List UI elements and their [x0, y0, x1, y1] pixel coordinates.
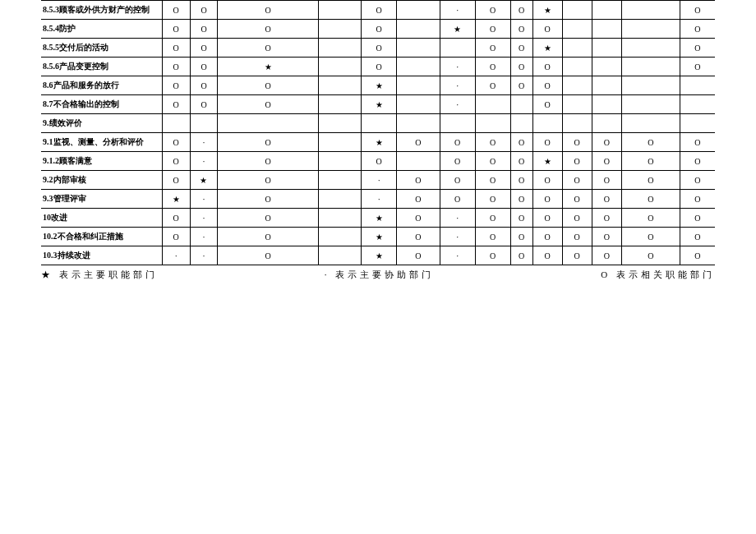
cell [621, 114, 680, 133]
legend-star: ★ 表示主要职能部门 [41, 269, 158, 281]
cell: O [440, 133, 475, 152]
cell: O [397, 190, 440, 209]
cell: O [362, 39, 397, 58]
legend: ★ 表示主要职能部门 · 表示主要协助部门 O 表示相关职能部门 [41, 269, 715, 281]
cell: O [397, 133, 440, 152]
cell: O [621, 246, 680, 265]
row-label: 10.3持续改进 [41, 246, 162, 265]
cell: O [397, 209, 440, 228]
cell: O [621, 209, 680, 228]
cell: O [592, 246, 621, 265]
cell: O [162, 1, 190, 20]
cell: O [592, 133, 621, 152]
cell: O [190, 76, 218, 95]
cell [592, 58, 621, 76]
cell: O [562, 228, 592, 246]
cell: O [218, 1, 318, 20]
cell [397, 1, 440, 20]
cell [362, 114, 397, 133]
cell: O [397, 246, 440, 265]
cell: O [592, 171, 621, 190]
cell: O [218, 133, 318, 152]
cell [562, 39, 592, 58]
cell: O [592, 228, 621, 246]
cell: ★ [190, 171, 218, 190]
cell: O [362, 1, 397, 20]
cell [440, 114, 475, 133]
responsibility-matrix-table: 8.5.3顾客或外供方财产的控制OOOO·OO★O8.5.4防护OOOO★OOO… [41, 0, 715, 265]
table-row: 10.2不合格和纠正措施O·O★O·OOOOOOO [41, 228, 715, 246]
cell: O [510, 39, 532, 58]
cell: O [621, 228, 680, 246]
cell: O [510, 246, 532, 265]
cell: · [440, 209, 475, 228]
table-row: 10.3持续改进··O★O·OOOOOOO [41, 246, 715, 265]
cell: O [475, 1, 510, 20]
cell: O [532, 58, 562, 76]
cell: O [532, 190, 562, 209]
cell: O [397, 171, 440, 190]
cell: O [510, 1, 532, 20]
cell: O [190, 58, 218, 76]
cell: ★ [532, 152, 562, 171]
cell: O [440, 152, 475, 171]
cell: O [475, 133, 510, 152]
cell: O [680, 39, 715, 58]
cell: ★ [362, 246, 397, 265]
cell: O [190, 20, 218, 39]
cell: ★ [532, 1, 562, 20]
cell: · [440, 58, 475, 76]
cell: O [532, 95, 562, 114]
cell: O [680, 228, 715, 246]
cell [397, 20, 440, 39]
cell [680, 114, 715, 133]
cell [621, 39, 680, 58]
cell: O [475, 171, 510, 190]
cell [218, 114, 318, 133]
cell: · [190, 228, 218, 246]
cell [562, 20, 592, 39]
table-row: 9.3管理评审★·O·OOOOOOOOO [41, 190, 715, 209]
cell [397, 58, 440, 76]
cell [621, 1, 680, 20]
cell [318, 114, 361, 133]
cell: O [680, 190, 715, 209]
cell: O [475, 58, 510, 76]
cell: ★ [362, 228, 397, 246]
cell: O [562, 246, 592, 265]
legend-circle: O 表示相关职能部门 [601, 269, 715, 281]
cell: · [362, 171, 397, 190]
cell: O [162, 152, 190, 171]
cell: O [510, 76, 532, 95]
cell: O [562, 152, 592, 171]
row-label: 8.7不合格输出的控制 [41, 95, 162, 114]
cell [397, 152, 440, 171]
cell: O [218, 190, 318, 209]
cell [397, 95, 440, 114]
cell: O [562, 190, 592, 209]
cell [680, 76, 715, 95]
cell: O [510, 190, 532, 209]
cell: O [475, 76, 510, 95]
cell: O [162, 20, 190, 39]
cell: ★ [532, 39, 562, 58]
cell: O [362, 20, 397, 39]
cell [592, 76, 621, 95]
cell: O [475, 20, 510, 39]
table-row: 10改进O·O★O·OOOOOOO [41, 209, 715, 228]
cell: O [362, 58, 397, 76]
cell: O [532, 209, 562, 228]
cell: O [621, 171, 680, 190]
cell: O [218, 20, 318, 39]
cell [510, 114, 532, 133]
cell: O [190, 1, 218, 20]
cell: O [510, 152, 532, 171]
table-row: 8.5.5交付后的活动OOOOOO★O [41, 39, 715, 58]
cell: O [475, 209, 510, 228]
cell [562, 95, 592, 114]
cell [397, 114, 440, 133]
cell: O [475, 228, 510, 246]
cell: · [440, 246, 475, 265]
cell [621, 76, 680, 95]
cell: · [190, 133, 218, 152]
